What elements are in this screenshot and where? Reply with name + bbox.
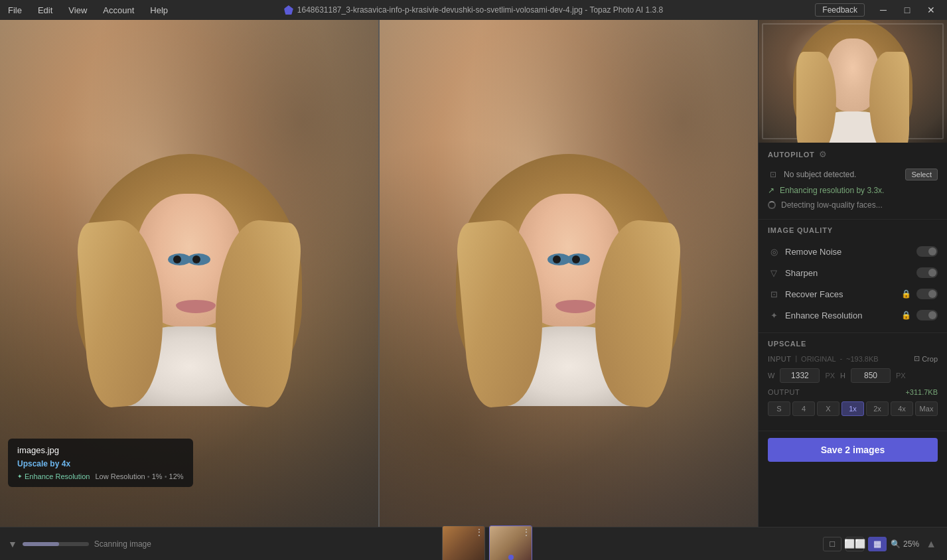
menu-file[interactable]: File [5,4,25,17]
scan-label: Scanning image [94,539,151,549]
face-shape-left [116,167,262,380]
menu-view[interactable]: View [66,4,90,17]
app-icon [284,5,293,15]
scale-btn-4[interactable]: 4 [792,401,815,416]
recover-faces-toggle[interactable] [916,289,938,299]
crop-label: Crop [922,355,938,363]
scan-progress-fill [23,542,59,546]
sharpen-icon: ▽ [768,267,780,279]
dimension-row: W PX H PX [768,368,938,383]
scroll-up-icon[interactable]: ▲ [923,538,939,550]
title-bar: File Edit View Account Help 1648631187_3… [0,0,947,20]
expand-icon[interactable]: ▼ [8,539,17,549]
height-unit: PX [896,372,906,380]
minimize-button[interactable]: ─ [873,3,894,17]
recover-faces-lock-icon: 🔒 [901,289,911,299]
pf-hair-side-r [869,52,909,143]
image-quality-section: IMAGE QUALITY ◎ Remove Noise ▽ Sharpen ⊡… [759,220,947,333]
scan-bar-left: ▼ Scanning image [8,539,151,549]
image-quality-header: IMAGE QUALITY [768,226,938,234]
original-label: ORIGINAL [801,355,836,363]
image-left: images.jpg Upscale by 4x Enhance Resolut… [0,20,378,527]
remove-noise-label: Remove Noise [785,247,911,257]
save-button[interactable]: Save 2 images [768,438,938,462]
thumbnail-1[interactable]: ⋮ [442,525,485,560]
view-double-button[interactable]: ▦ [868,537,887,551]
zoom-info: 🔍 25% [891,539,919,549]
preview-face [759,20,947,143]
zoom-icon: 🔍 [891,539,901,549]
info-upscale: Upscale by 4x [17,459,184,468]
scale-btn-4x[interactable]: 4x [891,401,913,416]
width-label: W [768,372,774,380]
output-size: +311.7KB [905,388,938,396]
photo-right-bg [380,20,758,527]
height-input[interactable] [851,368,891,383]
bottom-bar: ▼ Scanning image ⋮ ⋮ □ ⬜⬜ ▦ 🔍 25% ▲ [0,527,947,560]
gear-icon[interactable]: ⚙ [819,149,827,159]
faces-icon: ⊡ [768,288,780,300]
no-subject-row: ⊡ No subject detected. Select [768,166,938,183]
menu-account[interactable]: Account [100,4,137,17]
thumb-active-dot [508,555,514,560]
lips-left [176,300,216,313]
enhance-resolution-toggle[interactable] [916,310,938,320]
enhance-label: Enhance Resolution [17,472,90,480]
select-button[interactable]: Select [905,169,938,180]
preview-bg [759,20,947,143]
output-label: OUTPUT [768,388,800,396]
remove-noise-toggle[interactable] [916,246,938,257]
thumb-menu-2[interactable]: ⋮ [522,527,530,537]
no-subject-text: No subject detected. [784,170,900,179]
scale-btn-2x[interactable]: 2x [866,401,889,416]
thumbnails: ⋮ ⋮ [442,525,532,560]
preview-container [759,20,947,143]
menu-edit[interactable]: Edit [35,4,55,17]
crop-icon: ⊡ [914,354,920,363]
view-controls: □ ⬜⬜ ▦ 🔍 25% ▲ [823,537,939,551]
scale-buttons: S 4 X 1x 2x 4x Max [768,401,938,416]
sharpen-label: Sharpen [785,268,911,278]
detecting-row: Detecting low-quality faces... [768,198,938,212]
info-overlay: images.jpg Upscale by 4x Enhance Resolut… [8,439,193,487]
thumbnail-2[interactable]: ⋮ [489,525,532,560]
crop-button[interactable]: ⊡ Crop [914,354,938,363]
subject-icon: ⊡ [768,169,778,180]
noise-icon: ◎ [768,245,780,257]
maximize-button[interactable]: □ [897,3,918,17]
info-filename: images.jpg [17,445,184,455]
feedback-button[interactable]: Feedback [815,3,865,17]
width-input[interactable] [780,368,820,383]
arrow-icon: ↗ [768,186,774,195]
autopilot-label: AUTOPILOT [768,151,815,159]
enhance-res-icon: ✦ [768,309,780,321]
main-content: images.jpg Upscale by 4x Enhance Resolut… [0,20,947,527]
scale-btn-s[interactable]: S [768,401,790,416]
sharpen-toggle[interactable] [916,267,938,278]
face-overlay-right [380,20,758,527]
input-size: ~193.8KB [846,355,879,363]
enhance-resolution-row: ✦ Enhance Resolution 🔒 [768,305,938,326]
recover-faces-row: ⊡ Recover Faces 🔒 [768,283,938,305]
menu-help[interactable]: Help [147,4,171,17]
autopilot-header: AUTOPILOT ⚙ [768,149,938,159]
close-button[interactable]: ✕ [920,3,942,17]
view-single-button[interactable]: □ [823,537,841,551]
face-shape-right [496,167,642,380]
image-quality-label: IMAGE QUALITY [768,226,833,234]
window-controls: Feedback ─ □ ✕ [815,3,942,17]
height-label: H [840,372,845,380]
remove-noise-row: ◎ Remove Noise [768,241,938,262]
input-label: INPUT [768,355,792,363]
pf-hair-side-l [796,52,836,143]
thumb-menu-1[interactable]: ⋮ [475,527,483,537]
scale-btn-x[interactable]: X [817,401,839,416]
scale-btn-1x[interactable]: 1x [841,401,864,416]
enhance-res-lock-icon: 🔒 [901,311,911,320]
image-area: images.jpg Upscale by 4x Enhance Resolut… [0,20,758,527]
resolution-info: Low Resolution • 1% • 12% [95,472,183,480]
width-unit: PX [825,372,835,380]
detecting-text: Detecting low-quality faces... [781,200,883,210]
view-split-button[interactable]: ⬜⬜ [845,537,864,551]
scale-btn-max[interactable]: Max [915,401,938,416]
